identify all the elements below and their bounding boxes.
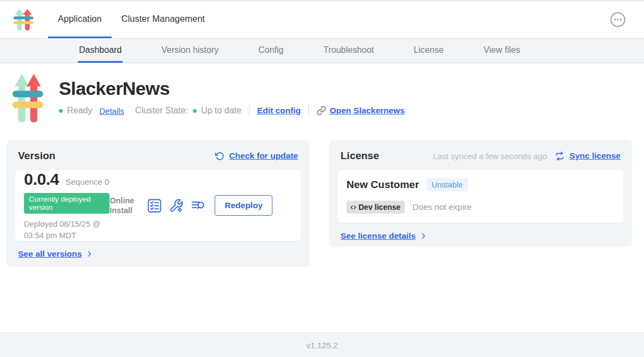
see-all-versions-link[interactable]: See all versions [18, 249, 93, 259]
chevron-right-icon [420, 232, 427, 240]
customer-name: New Customer [347, 179, 419, 191]
app-header: SlackerNews Ready Details Cluster State:… [0, 63, 644, 124]
last-synced-text: Last synced a few seconds ago [433, 152, 547, 161]
refresh-icon[interactable] [215, 152, 224, 161]
divider [249, 105, 250, 116]
app-status-dot [59, 109, 63, 113]
version-sequence: Sequence 0 [65, 177, 109, 186]
brand-logo-icon [13, 8, 35, 31]
topbar: Application Cluster Management [0, 1, 644, 39]
app-logo-icon [12, 71, 44, 124]
chevron-right-icon [86, 250, 93, 258]
edit-config-link[interactable]: Edit config [257, 106, 301, 116]
subnav-tab-config[interactable]: Config [257, 39, 284, 63]
channel-badge: Unstable [426, 178, 468, 191]
admin-console-page: Application Cluster Management Dashboard… [0, 0, 644, 357]
version-number: 0.0.4 [24, 170, 59, 189]
check-for-update-link[interactable]: Check for update [229, 151, 298, 161]
overflow-menu-icon[interactable] [610, 11, 626, 28]
license-card-title: License [341, 150, 379, 162]
cluster-state-text: Up to date [201, 106, 241, 116]
license-card: License Last synced a few seconds ago Sy… [329, 140, 632, 247]
code-icon [350, 204, 357, 211]
cluster-state-label: Cluster State: [135, 106, 188, 116]
open-app-link[interactable]: Open Slackernews [317, 106, 405, 116]
see-license-details-link[interactable]: See license details [341, 231, 427, 241]
config-wrench-icon[interactable] [169, 198, 184, 213]
version-card-title: Version [18, 150, 56, 162]
top-tab-cluster-management[interactable]: Cluster Management [112, 1, 215, 38]
dashboard-main: SlackerNews Ready Details Cluster State:… [0, 63, 644, 332]
console-footer: v1.125.2 [0, 332, 644, 357]
current-version-panel: 0.0.4 Sequence 0 Currently deployed vers… [15, 170, 301, 241]
top-nav: Application Cluster Management [48, 1, 215, 38]
console-version: v1.125.2 [306, 341, 338, 350]
install-type-label: Online Install [110, 196, 139, 215]
sync-icon[interactable] [555, 151, 565, 161]
subnav-tab-license[interactable]: License [412, 39, 445, 63]
sync-license-link[interactable]: Sync license [569, 151, 621, 161]
deployed-badge: Currently deployed version [24, 193, 110, 214]
subnav-tab-dashboard[interactable]: Dashboard [78, 39, 123, 63]
subnav-tab-version-history[interactable]: Version history [160, 39, 220, 63]
topbar-right [610, 11, 644, 28]
app-status-row: Ready Details Cluster State: Up to date … [59, 105, 405, 116]
version-card: Version Check for update 0.0.4 Sequence [7, 140, 309, 267]
preflight-checks-icon[interactable] [147, 198, 162, 213]
details-link[interactable]: Details [99, 106, 124, 116]
license-expiration: Does not expire [412, 202, 472, 212]
license-type-badge: Dev license [347, 201, 405, 214]
link-icon [317, 106, 326, 116]
cluster-state-dot [193, 109, 197, 113]
deployed-timestamp: Deployed 08/15/25 @ 03:54 pm MDT [24, 219, 110, 241]
top-tab-application[interactable]: Application [48, 1, 112, 38]
app-status-text: Ready [67, 106, 92, 116]
license-panel: New Customer Unstable Dev license Does n… [338, 170, 623, 223]
divider [308, 105, 309, 116]
redeploy-button[interactable]: Redeploy [215, 195, 272, 216]
dashboard-cards: Version Check for update 0.0.4 Sequence [7, 140, 644, 267]
subnav-tab-view-files[interactable]: View files [482, 39, 521, 63]
view-files-diff-icon[interactable] [191, 198, 205, 213]
page-title: SlackerNews [59, 78, 405, 99]
app-subnav: Dashboard Version history Config Trouble… [0, 39, 644, 63]
subnav-tab-troubleshoot[interactable]: Troubleshoot [322, 39, 375, 63]
